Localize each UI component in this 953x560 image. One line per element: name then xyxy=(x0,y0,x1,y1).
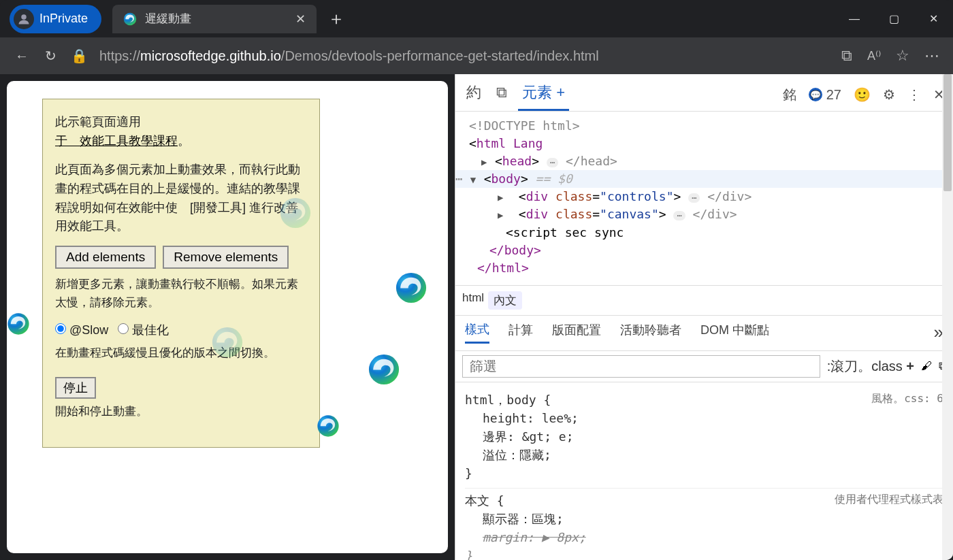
add-elements-button[interactable]: Add elements xyxy=(55,246,156,269)
dom-row[interactable]: </html> xyxy=(469,259,945,277)
issues-button[interactable]: 💬 27 xyxy=(809,87,841,103)
dom-row[interactable]: <!DOCTYPE html> xyxy=(469,117,945,135)
tab-elements[interactable]: 元素 + xyxy=(521,78,566,111)
devtools-panel: 約 ⧉ 元素 + 銘 💬 27 🙂 ⚙ ⋮ ✕ <!DOCTYPE html xyxy=(455,74,953,560)
content-area: 此示範頁面適用 于 效能工具教學課程。 此頁面為多個元素加上動畫效果，而執行此動… xyxy=(0,74,953,560)
tutorial-link[interactable]: 于 效能工具教學課程 xyxy=(55,134,178,148)
dom-row[interactable]: </body> xyxy=(469,242,945,259)
breadcrumb[interactable]: html 內文 xyxy=(455,285,953,316)
read-aloud-icon[interactable]: A⁽⁾ xyxy=(867,48,881,63)
page-viewport-wrap: 此示範頁面適用 于 效能工具教學課程。 此頁面為多個元素加上動畫效果，而執行此動… xyxy=(0,74,455,560)
tab-title: 遲緩動畫 xyxy=(145,11,191,27)
inprivate-badge[interactable]: InPrivate xyxy=(10,5,101,33)
address-bar: ← ↻ 🔒 https://microsoftedge.github.io/De… xyxy=(0,37,953,74)
inprivate-label: InPrivate xyxy=(39,12,88,26)
minimize-button[interactable]: — xyxy=(835,0,874,37)
devtools-label: 銘 xyxy=(783,86,796,104)
dom-row-selected[interactable]: ⋯ ▼<body> == $0 xyxy=(455,170,953,188)
device-toggle-icon[interactable]: ⧉ xyxy=(495,80,508,110)
hov-cls-toggle[interactable]: :滾刀。class + xyxy=(827,357,914,376)
url-field[interactable]: https://microsoftedge.github.io/Demos/de… xyxy=(99,48,829,64)
devtools-tabbar: 約 ⧉ 元素 + 銘 💬 27 🙂 ⚙ ⋮ ✕ xyxy=(455,74,953,112)
refresh-button[interactable]: ↻ xyxy=(42,48,59,64)
radio-optimized[interactable]: 最佳化 xyxy=(118,321,169,340)
scrollbar[interactable] xyxy=(942,74,953,560)
app-mode-icon[interactable]: ⧉ xyxy=(841,47,852,65)
tab-favicon-icon xyxy=(123,12,137,26)
settings-icon[interactable]: ⚙ xyxy=(883,86,895,103)
add-remove-hint: 新增更多元素，讓動畫執行較不順暢。如果元素太慢，請移除元素。 xyxy=(55,276,307,312)
feedback-icon[interactable]: 🙂 xyxy=(854,86,871,103)
tab-styles[interactable]: 樣式 xyxy=(465,321,489,344)
edge-logo-icon xyxy=(317,414,340,438)
message-icon: 💬 xyxy=(809,88,822,101)
edge-logo-icon xyxy=(395,271,427,304)
browser-tab[interactable]: 遲緩動畫 ✕ xyxy=(112,5,317,33)
new-tab-button[interactable]: ＋ xyxy=(327,7,345,31)
styles-tabbar: 樣式 計算 版面配置 活動聆聽者 DOM 中斷點 » xyxy=(455,316,953,351)
edge-logo-icon xyxy=(368,353,400,386)
intro-text: 此示範頁面適用 于 效能工具教學課程。 xyxy=(55,113,307,151)
avatar-icon xyxy=(14,9,34,29)
more-menu-icon[interactable]: ⋯ xyxy=(924,47,939,65)
css-rule[interactable]: 使用者代理程式樣式表 本文 { 顯示器：區塊; margin: ▶ 8px; } xyxy=(465,489,943,560)
stop-button[interactable]: 停止 xyxy=(55,377,96,399)
dom-row[interactable]: ▶ <div class="controls"> ⋯ </div> xyxy=(469,188,945,205)
favorite-icon[interactable]: ☆ xyxy=(896,47,909,65)
inspect-tool-button[interactable]: 約 xyxy=(465,78,483,111)
site-lock-icon[interactable]: 🔒 xyxy=(71,48,87,64)
tab-listeners[interactable]: 活動聆聽者 xyxy=(620,322,681,342)
tab-layout[interactable]: 版面配置 xyxy=(552,322,601,342)
tab-computed[interactable]: 計算 xyxy=(508,322,533,342)
radio-hint: 在動畫程式碼緩慢且優化的版本之間切換。 xyxy=(55,344,307,362)
dom-row[interactable]: <script sec sync xyxy=(469,224,945,242)
close-window-button[interactable]: ✕ xyxy=(914,0,953,37)
dom-row[interactable]: ▶ <div class="canvas"> ⋯ </div> xyxy=(469,205,945,223)
stop-hint: 開始和停止動畫。 xyxy=(55,403,307,421)
styles-filter-input[interactable] xyxy=(462,355,820,378)
dom-tree[interactable]: <!DOCTYPE html> <html Lang ▶<head> ⋯ </h… xyxy=(455,112,953,285)
edge-logo-icon xyxy=(279,197,312,229)
scrollbar-thumb[interactable] xyxy=(943,74,952,191)
titlebar: InPrivate 遲緩動畫 ✕ ＋ — ▢ ✕ xyxy=(0,0,953,37)
tab-close-icon[interactable]: ✕ xyxy=(295,12,306,27)
edge-logo-icon xyxy=(7,312,30,335)
styles-rules[interactable]: 風格。css: 6 html，body { height: lee%; 邊界: … xyxy=(455,382,953,560)
tab-dom-breakpoints[interactable]: DOM 中斷點 xyxy=(700,322,769,342)
window-controls: — ▢ ✕ xyxy=(835,0,953,37)
devtools-more-icon[interactable]: ⋮ xyxy=(907,86,921,103)
edge-logo-icon xyxy=(211,326,244,359)
maximize-button[interactable]: ▢ xyxy=(874,0,914,37)
dom-row[interactable]: ▶<head> ⋯ </head> xyxy=(469,152,945,170)
radio-slow[interactable]: @Slow xyxy=(55,321,108,340)
page-viewport: 此示範頁面適用 于 效能工具教學課程。 此頁面為多個元素加上動畫效果，而執行此動… xyxy=(7,81,448,553)
styles-brush-icon[interactable]: 🖌 xyxy=(921,360,932,372)
browser-window: InPrivate 遲緩動畫 ✕ ＋ — ▢ ✕ ← ↻ 🔒 https://m… xyxy=(0,0,953,560)
back-button[interactable]: ← xyxy=(14,48,30,64)
info-panel: 此示範頁面適用 于 效能工具教學課程。 此頁面為多個元素加上動畫效果，而執行此動… xyxy=(42,99,320,448)
svg-point-1 xyxy=(21,14,27,20)
css-rule[interactable]: 風格。css: 6 html，body { height: lee%; 邊界: … xyxy=(465,388,943,489)
styles-toolbar: :滾刀。class + 🖌 ⧉ xyxy=(455,351,953,382)
dom-row[interactable]: <html Lang xyxy=(469,135,945,152)
remove-elements-button[interactable]: Remove elements xyxy=(163,246,289,269)
description-text: 此頁面為多個元素加上動畫效果，而執行此動畫的程式碼在目的上是緩慢的。連結的教學課… xyxy=(55,161,307,237)
